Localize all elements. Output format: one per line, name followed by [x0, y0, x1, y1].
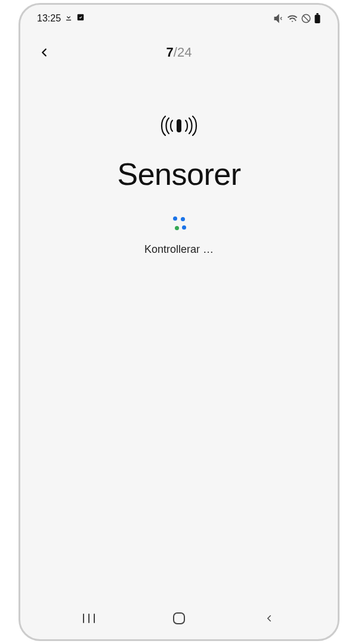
progress-total: /24 [174, 45, 192, 60]
progress-current: 7 [166, 45, 174, 60]
mute-icon [273, 13, 284, 24]
svg-rect-2 [315, 15, 320, 23]
navigation-bar [20, 603, 338, 639]
loading-spinner-icon [171, 216, 187, 231]
progress-indicator: 7/24 [166, 45, 192, 60]
home-button[interactable] [161, 606, 197, 630]
status-bar-left: 13:25 [37, 13, 85, 24]
status-time: 13:25 [37, 13, 61, 24]
device-frame: 13:25 7/24 [18, 3, 340, 641]
page-title: Sensorer [118, 156, 241, 192]
svg-rect-4 [177, 119, 181, 132]
sensor-icon [160, 116, 198, 138]
svg-rect-0 [78, 14, 84, 21]
back-button[interactable] [32, 41, 56, 64]
svg-rect-8 [174, 613, 184, 624]
checkbox-icon [76, 13, 85, 24]
chevron-left-icon [264, 613, 274, 624]
recents-icon [82, 613, 95, 624]
battery-icon [314, 13, 321, 24]
nav-back-button[interactable] [251, 606, 287, 630]
status-bar-right [273, 13, 321, 24]
recents-button[interactable] [71, 606, 107, 630]
no-signal-icon [301, 13, 311, 24]
main-content: Sensorer Kontrollerar … [20, 62, 338, 603]
svg-rect-3 [316, 13, 319, 15]
status-bar: 13:25 [20, 5, 338, 26]
wifi-icon [286, 13, 298, 24]
app-header: 7/24 [20, 26, 338, 62]
home-icon [172, 612, 186, 625]
download-icon [64, 13, 73, 24]
chevron-left-icon [38, 46, 51, 59]
status-text: Kontrollerar … [144, 243, 214, 256]
